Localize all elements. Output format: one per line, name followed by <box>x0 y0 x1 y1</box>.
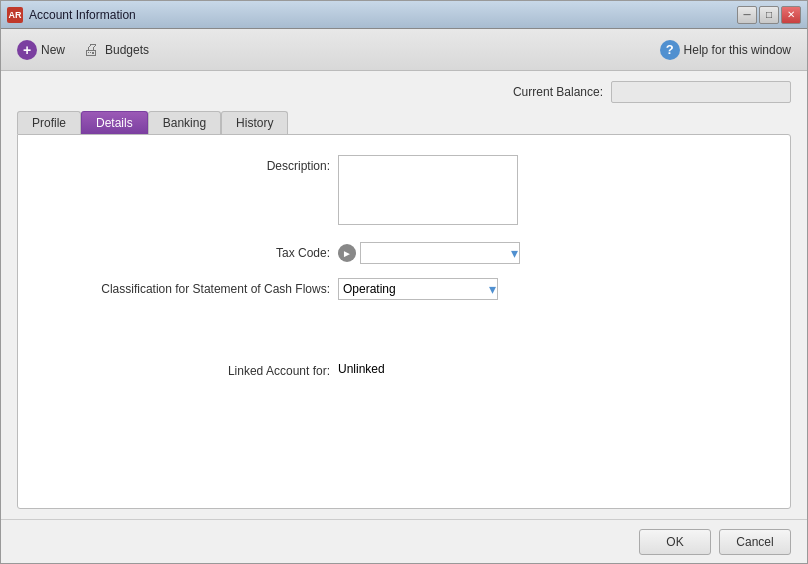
classification-field-wrapper: Operating Investing Financing ▾ <box>338 278 770 300</box>
minimize-button[interactable]: ─ <box>737 6 757 24</box>
classification-select[interactable]: Operating Investing Financing <box>338 278 498 300</box>
new-label: New <box>41 43 65 57</box>
description-field-wrapper <box>338 155 770 228</box>
tax-code-field-wrapper: ► ▾ <box>338 242 770 264</box>
help-icon: ? <box>660 40 680 60</box>
linked-account-label: Linked Account for: <box>38 360 338 378</box>
tab-profile[interactable]: Profile <box>17 111 81 134</box>
tax-code-select[interactable] <box>360 242 520 264</box>
new-button[interactable]: + New <box>9 36 73 64</box>
app-icon: AR <box>7 7 23 23</box>
new-icon: + <box>17 40 37 60</box>
balance-row: Current Balance: <box>17 81 791 103</box>
classification-label: Classification for Statement of Cash Flo… <box>38 278 338 296</box>
main-content: Current Balance: Profile Details Banking… <box>1 71 807 519</box>
balance-field <box>611 81 791 103</box>
linked-account-value: Unlinked <box>338 362 770 376</box>
classification-select-wrapper: Operating Investing Financing ▾ <box>338 278 498 300</box>
tab-bar: Profile Details Banking History <box>17 111 791 134</box>
description-row: Description: <box>38 155 770 228</box>
budgets-icon: 🖨 <box>81 40 101 60</box>
details-tab-panel: Description: Tax Code: ► ▾ <box>17 134 791 509</box>
tax-code-select-wrapper: ▾ <box>360 242 520 264</box>
ok-button[interactable]: OK <box>639 529 711 555</box>
description-label: Description: <box>38 155 338 173</box>
tax-code-label: Tax Code: <box>38 242 338 260</box>
budgets-button[interactable]: 🖨 Budgets <box>73 36 157 64</box>
window-title: Account Information <box>29 8 737 22</box>
cancel-button[interactable]: Cancel <box>719 529 791 555</box>
window-controls: ─ □ ✕ <box>737 6 801 24</box>
tax-code-icon[interactable]: ► <box>338 244 356 262</box>
tab-banking[interactable]: Banking <box>148 111 221 134</box>
title-bar: AR Account Information ─ □ ✕ <box>1 1 807 29</box>
account-information-window: AR Account Information ─ □ ✕ + New 🖨 Bud… <box>0 0 808 564</box>
linked-account-row: Linked Account for: Unlinked <box>38 360 770 378</box>
close-button[interactable]: ✕ <box>781 6 801 24</box>
footer: OK Cancel <box>1 519 807 563</box>
description-input[interactable] <box>338 155 518 225</box>
tax-code-row: Tax Code: ► ▾ <box>38 242 770 264</box>
help-button[interactable]: ? Help for this window <box>652 36 799 64</box>
restore-button[interactable]: □ <box>759 6 779 24</box>
balance-label: Current Balance: <box>513 85 603 99</box>
toolbar: + New 🖨 Budgets ? Help for this window <box>1 29 807 71</box>
classification-row: Classification for Statement of Cash Flo… <box>38 278 770 300</box>
help-label: Help for this window <box>684 43 791 57</box>
tab-history[interactable]: History <box>221 111 288 134</box>
tab-details[interactable]: Details <box>81 111 148 134</box>
budgets-label: Budgets <box>105 43 149 57</box>
